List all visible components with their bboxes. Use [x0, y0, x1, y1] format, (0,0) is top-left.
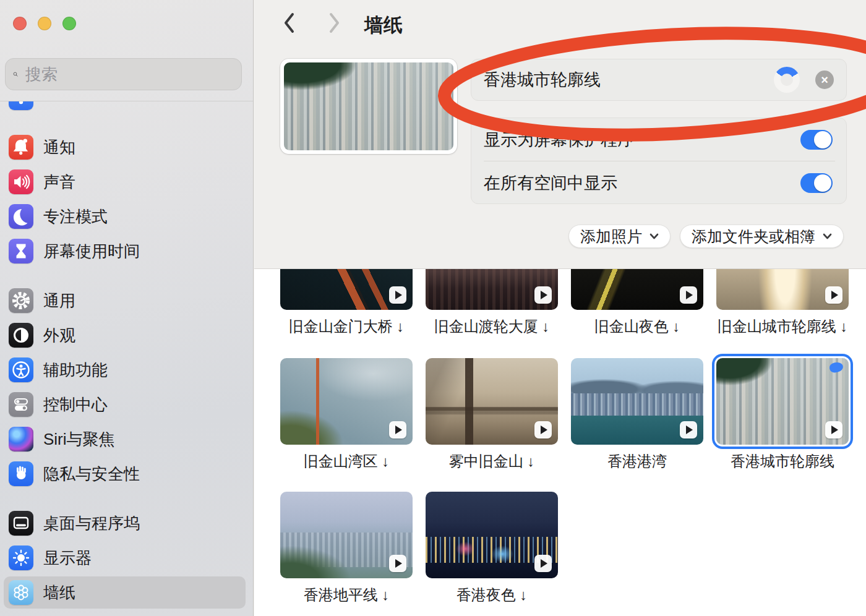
speaker-icon: [9, 169, 33, 194]
sidebar-item-label: 控制中心: [43, 394, 108, 416]
sidebar-item-notifications[interactable]: 通知: [4, 131, 246, 163]
minimize-window-button[interactable]: [38, 17, 51, 30]
screensaver-toggle[interactable]: [800, 130, 833, 150]
zoom-window-button[interactable]: [62, 17, 76, 30]
wallpaper-tile-sf-bay-area[interactable]: [280, 358, 413, 445]
add-photo-button[interactable]: 添加照片: [568, 225, 671, 248]
tile-label: 香港夜色: [457, 586, 516, 603]
appearance-icon: [9, 323, 33, 348]
tile-label: 旧金山夜色: [594, 318, 669, 335]
tile-label: 香港港湾: [607, 453, 667, 469]
sidebar-item-siri[interactable]: Siri与聚焦: [4, 423, 246, 455]
tile-label: 雾中旧金山: [449, 453, 523, 469]
video-play-icon: [534, 286, 552, 304]
sidebar-item-displays[interactable]: 显示器: [4, 542, 246, 574]
wallpaper-cell: 香港港湾: [571, 358, 703, 471]
sidebar-item-control-center[interactable]: 控制中心: [4, 388, 246, 421]
wallpaper-tile-hk-night[interactable]: [426, 492, 558, 578]
add-folder-label: 添加文件夹或相簿: [692, 226, 815, 247]
sidebar-item-desktop-dock[interactable]: 桌面与程序坞: [4, 507, 246, 539]
sidebar-item-screen-time[interactable]: 屏幕使用时间: [4, 235, 246, 267]
sidebar-item-label: 通用: [43, 290, 75, 312]
wallpaper-tile-hk-skyline-selected[interactable]: [716, 358, 849, 445]
wallpaper-tile-sf-skyline[interactable]: [716, 268, 849, 310]
toggles-icon: [9, 392, 33, 417]
sidebar-item-partial[interactable]: [4, 101, 246, 114]
video-play-icon: [389, 286, 406, 304]
download-progress-spinner: [774, 67, 800, 93]
download-icon: ↓: [382, 453, 389, 469]
wallpaper-tile-sf-golden-gate[interactable]: [280, 268, 413, 310]
wallpaper-options-card: 显示为屏幕保护程序 在所有空间中显示: [471, 118, 847, 204]
wallpaper-tile-hk-horizon[interactable]: [280, 492, 413, 578]
close-icon: ×: [821, 71, 828, 88]
sidebar-item-label: 桌面与程序坞: [43, 513, 140, 534]
wallpaper-tile-hk-harbour[interactable]: [571, 358, 703, 445]
video-play-icon: [389, 555, 406, 572]
option-row-all-spaces: 在所有空间中显示: [471, 161, 846, 204]
all-spaces-toggle[interactable]: [800, 173, 833, 193]
video-play-icon: [534, 421, 552, 438]
traffic-lights: [13, 17, 76, 30]
option-row-screensaver: 显示为屏幕保护程序: [471, 118, 846, 161]
hourglass-icon: [9, 239, 33, 263]
video-play-icon: [534, 555, 552, 572]
sidebar-item-accessibility[interactable]: 辅助功能: [4, 354, 246, 386]
download-icon: ↓: [397, 318, 404, 335]
wifi-icon: [9, 101, 33, 110]
add-photo-label: 添加照片: [580, 226, 642, 247]
chevron-right-icon: [327, 12, 341, 34]
sidebar-item-label: 墙纸: [43, 582, 75, 604]
search-icon: [13, 67, 18, 81]
wallpaper-tile-sf-night[interactable]: [571, 268, 703, 310]
tile-label: 香港城市轮廓线: [731, 453, 834, 469]
wallpaper-cell: 旧金山渡轮大厦 ↓: [426, 268, 558, 336]
search-field[interactable]: [5, 58, 242, 90]
sidebar-item-sound[interactable]: 声音: [4, 166, 246, 198]
option-label: 显示为屏幕保护程序: [484, 129, 800, 151]
wallpaper-cell: 旧金山金门大桥 ↓: [280, 268, 413, 336]
cancel-download-button[interactable]: ×: [815, 71, 834, 89]
brightness-icon: [9, 545, 33, 570]
wallpaper-cell: 旧金山夜色 ↓: [571, 268, 703, 336]
wallpaper-cell: 香港城市轮廓线: [716, 358, 849, 471]
downloading-indicator: [829, 361, 844, 374]
video-play-icon: [825, 421, 842, 438]
wallpaper-grid: 旧金山金门大桥 ↓ 旧金山渡轮大厦 ↓ 旧金山夜色 ↓ 旧金山城市轮廓线 ↓: [254, 268, 866, 616]
sidebar-item-label: Siri与聚焦: [43, 429, 115, 450]
add-folder-or-album-button[interactable]: 添加文件夹或相簿: [680, 225, 844, 248]
back-button[interactable]: [279, 11, 300, 35]
sidebar-item-label: 显示器: [43, 547, 92, 569]
wallpaper-cell: 旧金山城市轮廓线 ↓: [716, 268, 849, 336]
sidebar-item-label: 屏幕使用时间: [43, 241, 140, 262]
video-play-icon: [680, 286, 697, 304]
download-icon: ↓: [542, 318, 549, 335]
sidebar-item-appearance[interactable]: 外观: [4, 319, 246, 351]
sidebar-item-general[interactable]: 通用: [4, 284, 246, 317]
gear-icon: [9, 288, 33, 313]
video-play-icon: [825, 286, 842, 304]
option-label: 在所有空间中显示: [484, 172, 800, 194]
sidebar-group-gap: [4, 270, 246, 284]
wallpaper-tile-sf-in-fog[interactable]: [426, 358, 558, 445]
close-window-button[interactable]: [13, 17, 27, 30]
forward-button[interactable]: [324, 11, 345, 35]
sidebar-item-wallpaper[interactable]: 墙纸: [4, 576, 246, 609]
toggle-knob: [814, 174, 831, 192]
video-play-icon: [680, 421, 697, 438]
siri-icon: [9, 427, 33, 451]
chevron-left-icon: [283, 12, 296, 34]
tile-label: 旧金山城市轮廓线: [718, 318, 836, 335]
download-icon: ↓: [672, 318, 680, 335]
bell-icon: [9, 135, 33, 160]
video-play-icon: [389, 421, 406, 438]
search-input[interactable]: [24, 64, 234, 85]
sidebar-group-gap: [4, 492, 246, 507]
sidebar-item-privacy[interactable]: 隐私与安全性: [4, 458, 246, 490]
wallpaper-tile-sf-ferry-building[interactable]: [426, 268, 558, 310]
sidebar-item-focus[interactable]: 专注模式: [4, 200, 246, 233]
page-title: 墙纸: [364, 12, 403, 38]
sidebar-item-label: 外观: [43, 325, 75, 346]
tile-label: 旧金山湾区: [304, 453, 378, 469]
accessibility-icon: [9, 357, 33, 382]
